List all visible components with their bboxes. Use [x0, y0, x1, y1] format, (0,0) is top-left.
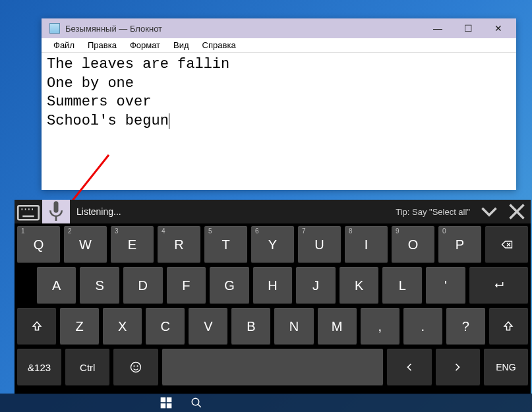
osk-keys: 1Q 2W 3E 4R 5T 6Y 7U 8I 9O 0P A S D F G … [15, 223, 531, 394]
osk-tip: Tip: Say "Select all" [396, 207, 475, 217]
key-arrow-left[interactable] [387, 349, 431, 386]
key-ctrl[interactable]: Ctrl [65, 349, 109, 386]
menu-help[interactable]: Справка [196, 39, 243, 51]
svg-rect-1 [18, 206, 39, 220]
key-y[interactable]: 6Y [251, 226, 294, 263]
svg-rect-9 [167, 403, 172, 409]
key-k[interactable]: K [340, 267, 379, 304]
keyboard-switch-icon[interactable] [15, 200, 42, 223]
key-emoji[interactable] [113, 349, 158, 386]
chevron-down-icon[interactable] [475, 200, 503, 223]
key-z[interactable]: Z [60, 308, 99, 345]
key-period[interactable]: . [403, 308, 442, 345]
svg-point-3 [131, 363, 140, 372]
key-arrow-right[interactable] [436, 349, 480, 386]
key-l[interactable]: L [382, 267, 422, 304]
key-v[interactable]: V [189, 308, 227, 345]
key-x[interactable]: X [103, 308, 142, 345]
key-apostrophe[interactable]: ' [426, 267, 465, 304]
menu-edit[interactable]: Правка [81, 39, 123, 51]
onscreen-keyboard: Listening... Tip: Say "Select all" 1Q 2W… [15, 200, 531, 394]
key-shift-right[interactable] [489, 308, 528, 345]
key-e[interactable]: 3E [111, 226, 154, 263]
key-i[interactable]: 8I [345, 226, 388, 263]
key-w[interactable]: 2W [64, 226, 107, 263]
menu-view[interactable]: Вид [167, 39, 196, 51]
close-icon[interactable] [503, 200, 531, 223]
svg-rect-6 [161, 397, 166, 403]
svg-rect-2 [54, 201, 59, 213]
taskbar-start-icon[interactable] [152, 394, 181, 412]
key-shift-left[interactable] [17, 308, 56, 345]
key-space[interactable] [162, 349, 384, 386]
notepad-icon [49, 23, 60, 34]
key-t[interactable]: 5T [204, 226, 247, 263]
key-r[interactable]: 4R [158, 226, 200, 263]
close-button[interactable]: ✕ [483, 18, 514, 38]
key-q[interactable]: 1Q [17, 226, 60, 263]
titlebar[interactable]: Безымянный — Блокнот — ☐ ✕ [42, 18, 516, 38]
key-row-4: &123 Ctrl ENG [17, 349, 528, 386]
key-a[interactable]: A [37, 267, 76, 304]
key-p[interactable]: 0P [438, 226, 481, 263]
window-title: Безымянный — Блокнот [65, 24, 423, 34]
svg-point-10 [192, 398, 199, 405]
svg-rect-8 [161, 403, 166, 409]
editor-content: The leaves are fallin One by one Summers… [47, 56, 229, 129]
key-mode-numeric[interactable]: &123 [17, 349, 61, 386]
key-j[interactable]: J [296, 267, 336, 304]
key-o[interactable]: 9O [392, 226, 434, 263]
svg-point-5 [137, 366, 138, 367]
key-f[interactable]: F [167, 267, 206, 304]
key-comma[interactable]: , [361, 308, 399, 345]
key-language[interactable]: ENG [484, 349, 528, 386]
key-n[interactable]: N [274, 308, 313, 345]
osk-toolbar: Listening... Tip: Say "Select all" [15, 200, 531, 223]
key-u[interactable]: 7U [298, 226, 341, 263]
key-enter[interactable] [469, 267, 528, 304]
key-s[interactable]: S [80, 267, 119, 304]
text-editor[interactable]: The leaves are fallin One by one Summers… [42, 53, 516, 190]
osk-status: Listening... [70, 206, 396, 217]
taskbar-search-icon[interactable] [182, 394, 211, 412]
key-row-2: A S D F G H J K L ' [17, 267, 528, 304]
maximize-button[interactable]: ☐ [453, 18, 483, 38]
key-backspace[interactable] [485, 226, 528, 263]
key-d[interactable]: D [123, 267, 163, 304]
key-row-1: 1Q 2W 3E 4R 5T 6Y 7U 8I 9O 0P [17, 226, 528, 263]
key-question[interactable]: ? [446, 308, 485, 345]
key-row-3: Z X C V B N M , . ? [17, 308, 528, 345]
microphone-icon[interactable] [42, 200, 70, 223]
menu-file[interactable]: Файл [47, 39, 81, 51]
key-b[interactable]: B [231, 308, 270, 345]
notepad-window: Безымянный — Блокнот — ☐ ✕ Файл Правка Ф… [42, 18, 516, 190]
menu-format[interactable]: Формат [123, 39, 167, 51]
minimize-button[interactable]: — [423, 18, 453, 38]
text-cursor [169, 113, 169, 129]
key-m[interactable]: M [318, 308, 357, 345]
key-h[interactable]: H [253, 267, 293, 304]
svg-point-4 [134, 366, 134, 367]
svg-rect-7 [167, 397, 172, 403]
taskbar[interactable] [0, 394, 532, 412]
menubar: Файл Правка Формат Вид Справка [42, 38, 516, 53]
key-g[interactable]: G [210, 267, 249, 304]
key-c[interactable]: C [146, 308, 185, 345]
